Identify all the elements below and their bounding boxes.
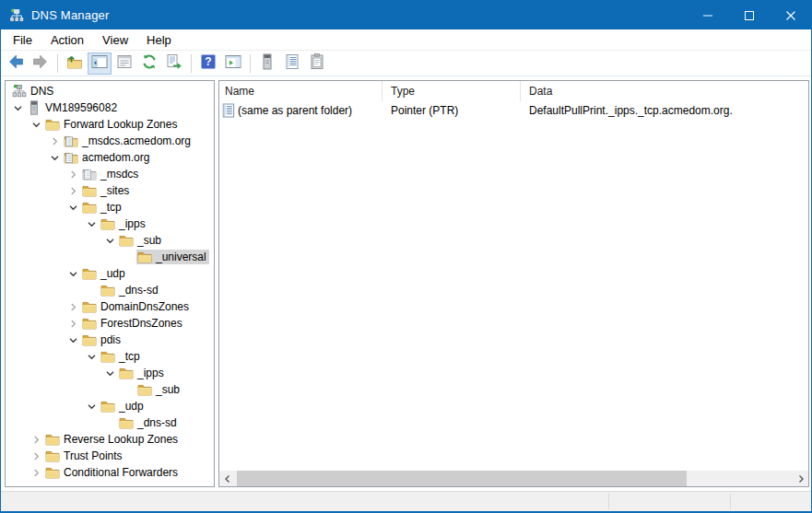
tree-item-label: _sub xyxy=(156,383,180,396)
tree-item-domaindnszones[interactable]: DomainDnsZones xyxy=(6,298,214,315)
console-tree-pane: DNSVM189596082Forward Lookup Zones_msdcs… xyxy=(5,80,215,487)
forward-arrow-button[interactable] xyxy=(29,52,53,75)
list-body: (same as parent folder)Pointer (PTR)Defa… xyxy=(219,101,808,119)
expand-chevron-icon[interactable] xyxy=(83,352,100,362)
show-action-pane-button[interactable] xyxy=(221,52,245,75)
up-one-level-icon xyxy=(65,52,84,74)
tree-item-conditional-forwarders[interactable]: Conditional Forwarders xyxy=(6,464,214,481)
list-row[interactable]: (same as parent folder)Pointer (PTR)Defa… xyxy=(219,101,808,119)
scroll-right-button[interactable] xyxy=(793,471,808,486)
tree-item-vm189596082[interactable]: VM189596082 xyxy=(6,99,214,116)
expand-chevron-icon[interactable] xyxy=(65,169,81,180)
expand-chevron-icon[interactable] xyxy=(28,435,44,445)
tree-item-dns-sd[interactable]: _dns-sd xyxy=(6,282,214,298)
tree-item-reverse-lookup-zones[interactable]: Reverse Lookup Zones xyxy=(6,431,214,448)
tree-item-label: Forward Lookup Zones xyxy=(64,118,177,131)
tree-item-dns-sd[interactable]: _dns-sd xyxy=(6,414,214,431)
expand-chevron-icon[interactable] xyxy=(28,120,44,130)
expand-chevron-icon[interactable] xyxy=(65,335,81,345)
folder-icon xyxy=(45,433,60,446)
tree-item-trust-points[interactable]: Trust Points xyxy=(6,448,214,464)
status-bar xyxy=(1,491,811,511)
menu-help[interactable]: Help xyxy=(137,31,181,49)
toolbar: ? xyxy=(1,51,811,76)
menu-file[interactable]: File xyxy=(4,31,41,49)
back-arrow-button[interactable] xyxy=(4,52,28,75)
expand-chevron-icon[interactable] xyxy=(65,302,81,312)
server-button[interactable] xyxy=(255,52,279,75)
app-icon xyxy=(9,8,24,23)
horizontal-scrollbar[interactable] xyxy=(219,471,808,486)
record-name-cell: (same as parent folder) xyxy=(219,103,382,118)
tree-item-msdcs-acmedom-org[interactable]: _msdcs.acmedom.org xyxy=(6,133,214,149)
expand-chevron-icon[interactable] xyxy=(28,468,44,478)
list-header: NameTypeData xyxy=(219,81,808,101)
tree-item-sub[interactable]: _sub xyxy=(6,232,214,249)
expand-chevron-icon[interactable] xyxy=(65,203,81,213)
tree-item-forward-lookup-zones[interactable]: Forward Lookup Zones xyxy=(6,116,214,133)
tree-node: Trust Points xyxy=(44,449,125,463)
column-header-data[interactable]: Data xyxy=(521,81,808,101)
clipboard-icon xyxy=(308,52,326,74)
menu-view[interactable]: View xyxy=(93,31,137,49)
scrollbar-thumb[interactable] xyxy=(237,471,687,486)
tree-item-label: _universal xyxy=(156,251,206,263)
export-list-icon xyxy=(165,52,183,74)
tree-item-forestdnszones[interactable]: ForestDnsZones xyxy=(6,315,214,332)
tree-item-udp[interactable]: _udp xyxy=(6,398,214,414)
close-button[interactable] xyxy=(770,1,811,29)
tree-item-pdis[interactable]: pdis xyxy=(6,332,214,348)
tree-item-label: _udp xyxy=(119,400,144,413)
expand-chevron-icon[interactable] xyxy=(83,402,100,412)
expand-chevron-icon[interactable] xyxy=(65,319,81,329)
tree-item-ipps[interactable]: _ipps xyxy=(6,365,214,381)
expand-chevron-icon[interactable] xyxy=(101,368,118,379)
tree-item-sub[interactable]: _sub xyxy=(6,381,214,398)
tree-item-tcp[interactable]: _tcp xyxy=(6,199,214,216)
minimize-icon xyxy=(703,7,712,24)
status-divider xyxy=(608,494,609,509)
export-list-button[interactable] xyxy=(162,52,186,75)
tree-item-label: _msdcs.acmedom.org xyxy=(82,134,191,147)
scrollbar-track[interactable] xyxy=(235,471,793,486)
record-type-cell: Pointer (PTR) xyxy=(382,104,521,117)
expand-chevron-icon[interactable] xyxy=(46,153,63,163)
expand-chevron-icon[interactable] xyxy=(28,451,44,461)
expand-chevron-icon[interactable] xyxy=(101,236,118,246)
menu-bar: FileActionViewHelp xyxy=(1,29,811,51)
clipboard-button[interactable] xyxy=(305,52,329,75)
tree-item-acmedom-org[interactable]: acmedom.org xyxy=(6,149,214,166)
show-console-tree-button[interactable] xyxy=(88,52,112,75)
tree-item-sites[interactable]: _sites xyxy=(6,182,214,199)
tree-node: _sub xyxy=(118,233,164,248)
tree-item-tcp[interactable]: _tcp xyxy=(6,348,214,365)
show-console-tree-icon xyxy=(90,52,109,74)
minimize-button[interactable] xyxy=(687,1,728,29)
maximize-button[interactable] xyxy=(728,1,770,29)
folder-icon xyxy=(137,383,152,396)
tree-item-msdcs[interactable]: _msdcs xyxy=(6,166,214,182)
expand-chevron-icon[interactable] xyxy=(65,186,81,196)
tree-item-dns[interactable]: DNS xyxy=(6,83,214,99)
expand-chevron-icon[interactable] xyxy=(9,103,26,113)
tree-item-universal[interactable]: _universal xyxy=(6,249,214,265)
scroll-left-button[interactable] xyxy=(219,471,235,486)
tree-node: _tcp xyxy=(100,349,143,364)
properties-button[interactable] xyxy=(112,52,136,75)
column-header-type[interactable]: Type xyxy=(382,81,521,101)
tree-item-ipps[interactable]: _ipps xyxy=(6,216,214,232)
up-one-level-button[interactable] xyxy=(63,52,87,75)
tree-item-udp[interactable]: _udp xyxy=(6,265,214,282)
menu-action[interactable]: Action xyxy=(41,31,93,49)
column-header-name[interactable]: Name xyxy=(219,81,382,101)
tree-node: VM189596082 xyxy=(26,99,120,116)
folder-icon xyxy=(45,466,60,479)
window-title: DNS Manager xyxy=(31,8,110,22)
refresh-button[interactable] xyxy=(137,52,161,75)
expand-chevron-icon[interactable] xyxy=(83,219,100,229)
record-list-button[interactable] xyxy=(280,52,304,75)
folder-icon xyxy=(82,317,97,330)
expand-chevron-icon[interactable] xyxy=(65,269,81,279)
expand-chevron-icon[interactable] xyxy=(46,136,63,146)
help-button[interactable]: ? xyxy=(196,52,220,75)
